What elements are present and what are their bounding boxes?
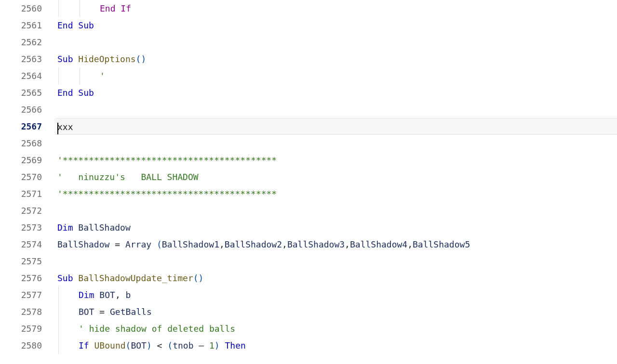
token: GetBalls [110,307,152,317]
code-line-content: '***************************************… [57,155,277,165]
indent-guide [58,0,59,17]
code-line[interactable]: ' hide shadow of deleted balls [55,320,617,337]
line-number: 2574 [0,236,42,253]
code-line-content: Sub HideOptions() [57,54,146,64]
token: BallShadow1 [162,239,219,249]
line-number: 2572 [0,202,42,219]
token: BOT [99,290,115,300]
token: Dim [79,290,94,300]
code-line[interactable]: BallShadow = Array (BallShadow1,BallShad… [55,236,617,253]
indent-guide [58,320,59,337]
token: ) [215,340,220,351]
token: '***************************************… [57,155,277,165]
line-number: 2562 [0,34,42,51]
token: () [193,273,204,283]
token: Sub [78,20,94,30]
token: Sub [57,54,73,64]
line-number: 2567 [0,118,42,135]
line-number: 2573 [0,219,42,236]
token: ( [167,340,173,351]
token: BOT [131,340,147,351]
code-line-content: ' ninuzzu's BALL SHADOW [57,172,199,182]
code-line[interactable]: End Sub [55,84,617,101]
token [73,273,79,283]
token: , [345,239,350,249]
indent-guide [58,286,59,303]
code-line-content: End If [57,3,131,13]
code-line[interactable]: Sub HideOptions() [55,51,617,67]
code-line-content: Sub BallShadowUpdate_timer() [57,273,203,283]
token: () [136,54,147,64]
token: Dim [57,222,73,233]
code-line[interactable] [55,101,617,118]
token: Sub [78,88,94,98]
code-line-content: ' [57,71,105,81]
token: , [115,290,126,300]
code-line[interactable]: BOT = GetBalls [55,303,617,320]
line-number-gutter: 2560256125622563256425652566256725682569… [0,0,55,364]
token: Sub [57,273,73,283]
code-line[interactable]: End Sub [55,17,617,34]
code-line[interactable] [55,34,617,51]
code-line-content: Dim BOT, b [57,290,131,300]
code-line[interactable]: Dim BallShadow [55,219,617,236]
token: , [407,239,413,249]
token [73,54,79,64]
token: BallShadow [57,239,109,249]
token: Array [125,239,151,249]
code-area[interactable]: End IfEnd SubSub HideOptions()'End Subxx… [55,0,617,364]
code-line-content: ' hide shadow of deleted balls [57,324,235,334]
indent-guide [80,0,80,17]
line-number: 2564 [0,67,42,84]
code-line[interactable]: Sub BallShadowUpdate_timer() [55,270,617,286]
token [89,340,94,351]
line-number: 2570 [0,169,42,185]
code-line[interactable]: Dim BOT, b [55,286,617,303]
code-line[interactable]: '***************************************… [55,152,617,169]
line-number: 2580 [0,337,42,354]
code-line[interactable]: ' ninuzzu's BALL SHADOW [55,169,617,185]
line-number: 2577 [0,286,42,303]
token: BallShadowUpdate_timer [78,273,193,283]
line-number: 2575 [0,253,42,270]
code-line-content: BallShadow = Array (BallShadow1,BallShad… [57,239,470,249]
token: xxx [57,122,73,132]
token [73,20,79,30]
line-number: 2563 [0,51,42,67]
token: 1 [209,340,215,351]
line-number: 2568 [0,135,42,152]
code-line[interactable] [55,202,617,219]
token: ' [100,71,105,81]
token [220,340,225,351]
token: BallShadow [78,222,130,233]
code-line-content: xxx [57,122,73,132]
code-line[interactable]: ' [55,67,617,84]
token [94,290,100,300]
token: BOT [79,307,94,317]
token: ( [126,340,131,351]
indent-guide [58,67,59,84]
token: BallShadow2 [225,239,282,249]
code-editor[interactable]: 2560256125622563256425652566256725682569… [0,0,617,364]
code-line[interactable]: If UBound(BOT) < (tnob – 1) Then [55,337,617,354]
token: , [282,239,287,249]
token: ( [157,239,162,249]
code-line[interactable]: xxx [55,118,617,135]
code-line[interactable]: End If [55,0,617,17]
code-line[interactable] [55,253,617,270]
token: – [193,340,209,351]
token: < [152,340,168,351]
code-line-content: '***************************************… [57,189,277,199]
token: ' ninuzzu's BALL SHADOW [57,172,199,182]
code-line[interactable] [55,135,617,152]
token: = [109,239,125,249]
token [73,88,79,98]
token: , [219,239,225,249]
token: Then [225,340,246,351]
code-line[interactable]: '***************************************… [55,185,617,202]
token: BallShadow4 [350,239,407,249]
token: ' hide shadow of deleted balls [79,324,235,334]
token: tnob [173,340,193,351]
token: If [79,340,89,351]
line-number: 2560 [0,0,42,17]
